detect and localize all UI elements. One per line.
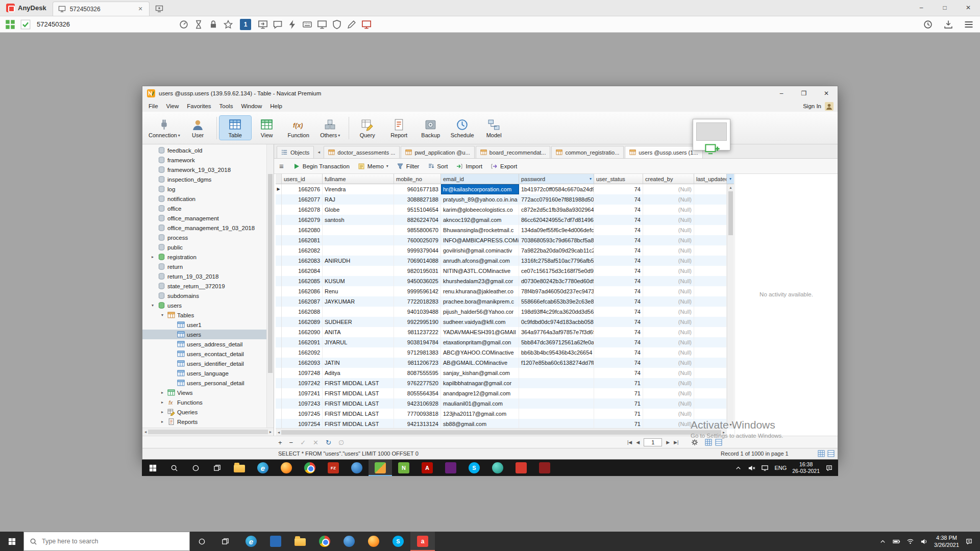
cell-password[interactable]: ce07c156175d3c168f75e0d99 — [519, 266, 594, 276]
cell-user_status[interactable]: 74 — [594, 245, 643, 256]
cell-password[interactable]: c872e2d5c1fb39a8a93029641 — [519, 205, 594, 215]
host-clock[interactable]: 4:38 PM 3/26/2021 — [934, 534, 959, 549]
cell-created_by[interactable]: (Null) — [643, 337, 694, 347]
export-button[interactable]: Export — [491, 163, 517, 170]
grid-menu-icon[interactable]: ≡ — [279, 162, 284, 170]
table-row[interactable]: 16620929712981383ABC@YAHOO.COMinactivebb… — [276, 347, 734, 358]
cell-user_status[interactable]: 74 — [594, 215, 643, 225]
cell-users_id[interactable]: 1662090 — [282, 327, 323, 337]
toolbar-table-button[interactable]: Table — [219, 116, 251, 140]
host-cortana-button[interactable] — [190, 532, 213, 551]
language-indicator[interactable]: ENG — [774, 465, 787, 471]
cell-users_id[interactable]: 1662081 — [282, 235, 323, 245]
action-center-icon[interactable] — [965, 538, 973, 545]
tree-item-users[interactable]: ▾users — [142, 300, 266, 310]
cell-password[interactable]: 558666efcab653b39e2c63e8 — [519, 296, 594, 307]
cell-user_status[interactable]: 74 — [594, 347, 643, 358]
connection-speed-icon[interactable] — [179, 19, 189, 30]
cell-user_status[interactable]: 74 — [594, 358, 643, 368]
sidebar-horizontal-scrollbar[interactable]: ◂ ▸ — [142, 428, 274, 436]
cell-last_updated[interactable] — [694, 327, 727, 337]
cell-users_id[interactable]: 1662080 — [282, 225, 323, 235]
pager-settings-gear-icon[interactable] — [691, 439, 698, 446]
host-task-view-button[interactable] — [213, 532, 237, 551]
cell-mobile_no[interactable]: 8826224704 — [394, 215, 441, 225]
cell-users_id[interactable]: 1662079 — [282, 215, 323, 225]
cell-users_id[interactable]: 1662076 — [282, 184, 323, 194]
anydesk-apps-tile-icon[interactable] — [5, 19, 15, 30]
status-form-icon[interactable] — [827, 450, 835, 457]
cell-users_id[interactable]: 1662086 — [282, 286, 323, 296]
sidebar-vertical-scrollbar[interactable] — [266, 144, 274, 428]
object-tab-1[interactable]: doctor_assessments ... — [324, 146, 400, 158]
object-tab-objects[interactable]: Objects — [277, 146, 314, 158]
taskbar-app-store[interactable] — [337, 532, 361, 551]
toolbar-user-button[interactable]: User — [182, 116, 214, 140]
cell-last_updated[interactable] — [694, 194, 727, 205]
table-row[interactable]: 1662079santosh8826224704akncoc192@gmail.… — [276, 215, 734, 225]
cell-mobile_no[interactable]: 9999596142 — [394, 286, 441, 296]
tree-collapsed-arrow-icon[interactable]: ▸ — [159, 390, 165, 395]
cell-email_id[interactable]: renu.khurana@jakleather.co — [441, 286, 519, 296]
object-tab-2[interactable]: pwd_application @u... — [401, 146, 474, 158]
file-transfer-icon[interactable] — [943, 19, 953, 30]
column-header-fullname[interactable]: fullname — [323, 174, 394, 184]
column-selector-button[interactable]: ▾ — [727, 174, 734, 184]
volume-muted-icon[interactable] — [748, 464, 755, 472]
tree-collapsed-arrow-icon[interactable]: ▸ — [159, 410, 165, 414]
cell-last_updated[interactable] — [694, 225, 727, 235]
cell-user_status[interactable]: 74 — [594, 235, 643, 245]
cell-users_id[interactable]: 1662091 — [282, 337, 323, 347]
tab-scroll-left-button[interactable]: ◂ — [315, 146, 323, 158]
tree-item-return_19_03_2018[interactable]: return_19_03_2018 — [142, 271, 266, 281]
taskbar-app-chrome[interactable] — [312, 532, 337, 551]
cell-mobile_no[interactable]: 7722018283 — [394, 296, 441, 307]
taskbar-app-app-red-2[interactable] — [533, 460, 556, 476]
table-row[interactable]: 1662089SUDHEER9922995190sudheer.vaidya@k… — [276, 317, 734, 327]
cell-user_status[interactable]: 74 — [594, 327, 643, 337]
cell-password[interactable] — [519, 409, 594, 419]
tree-item-framework_19_03_2018[interactable]: framework_19_03_2018 — [142, 165, 266, 174]
cell-created_by[interactable]: (Null) — [643, 256, 694, 266]
cell-created_by[interactable]: (Null) — [643, 347, 694, 358]
cell-email_id[interactable]: govilrishi@gmail.cominactiv — [441, 245, 519, 256]
monitor-1-button[interactable]: 1 — [240, 19, 251, 30]
table-row[interactable]: 16620817600025079INFO@AMBICAPRESS.COMi70… — [276, 235, 734, 245]
cell-user_status[interactable]: 71 — [594, 409, 643, 419]
tree-item-registration[interactable]: ▸registration — [142, 252, 266, 262]
cell-last_updated[interactable] — [694, 307, 727, 317]
toolbar-report-button[interactable]: Report — [383, 116, 415, 140]
table-row[interactable]: 1662086Renu9999596142renu.khurana@jaklea… — [276, 286, 734, 296]
menu-window[interactable]: Window — [237, 102, 266, 110]
cell-users_id[interactable]: 1662084 — [282, 266, 323, 276]
cell-mobile_no[interactable]: 9762277520 — [394, 378, 441, 388]
tree-item-queries[interactable]: ▸Queries — [142, 407, 266, 417]
column-header-user_status[interactable]: user_status — [594, 174, 643, 184]
cell-created_by[interactable]: (Null) — [643, 276, 694, 286]
table-row[interactable]: 1662077RAJ3088827188pratyush_89@yahoo.co… — [276, 194, 734, 205]
cell-mobile_no[interactable]: 7069014088 — [394, 256, 441, 266]
cell-fullname[interactable]: Virendra — [323, 184, 394, 194]
cell-fullname[interactable]: JAYKUMAR — [323, 296, 394, 307]
cell-password[interactable]: 7a9822ba20da09d29cab11c2 — [519, 245, 594, 256]
cell-last_updated[interactable] — [694, 419, 727, 429]
cell-last_updated[interactable] — [694, 368, 727, 378]
cell-user_status[interactable]: 74 — [594, 307, 643, 317]
cell-mobile_no[interactable]: 9999379044 — [394, 245, 441, 256]
cell-user_status[interactable]: 74 — [594, 286, 643, 296]
cell-users_id[interactable]: 1662083 — [282, 256, 323, 266]
cell-email_id[interactable]: maulianil01@gmail.com — [441, 398, 519, 409]
cell-fullname[interactable]: FIRST MIDDAL LAST — [323, 419, 394, 429]
last-page-icon[interactable]: ▶| — [674, 440, 678, 445]
cell-password[interactable] — [519, 388, 594, 398]
actions-lightning-icon[interactable] — [287, 19, 298, 30]
form-view-icon[interactable] — [715, 439, 722, 446]
cell-fullname[interactable]: FIRST MIDDAL LAST — [323, 398, 394, 409]
anydesk-maximize-button[interactable]: □ — [933, 0, 957, 16]
table-row[interactable]: ▶1662076Virendra9601677183hr@kailashcorp… — [276, 184, 734, 194]
table-row[interactable]: 1097243FIRST MIDDAL LAST9423106928maulia… — [276, 398, 734, 409]
menu-view[interactable]: View — [162, 102, 183, 110]
chat-icon[interactable] — [273, 19, 283, 30]
import-button[interactable]: Import — [456, 163, 482, 170]
taskbar-app-chrome[interactable] — [298, 460, 322, 476]
